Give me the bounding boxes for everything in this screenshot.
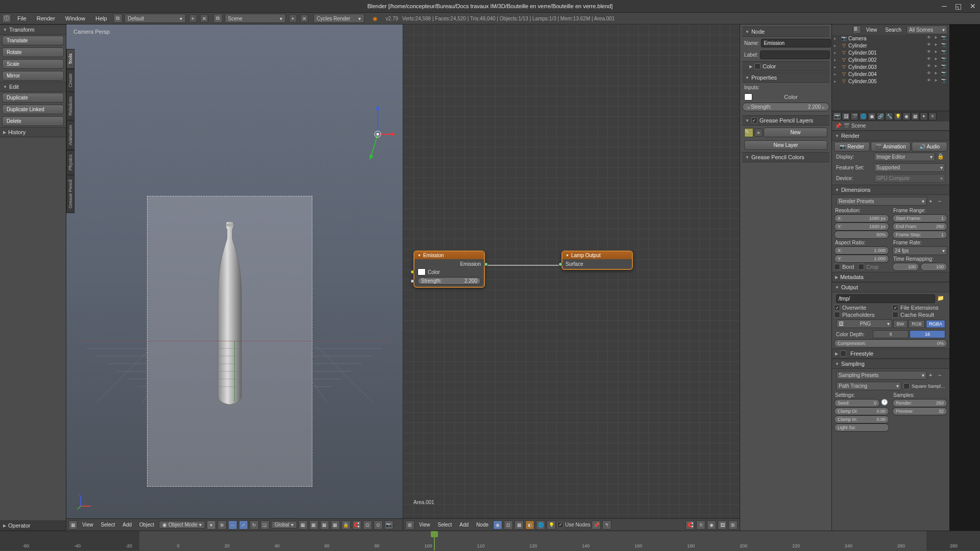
snap-icon[interactable]: 🧲	[352, 520, 361, 530]
screen-layout-dropdown[interactable]: Default▾	[125, 14, 186, 23]
timeline-track[interactable]: -60-40-200204060801001101201401601802002…	[0, 531, 980, 550]
object-data-icon[interactable]: ◐	[525, 520, 534, 530]
tab-modifiers-icon[interactable]: 🔧	[885, 112, 893, 120]
pin-icon[interactable]: 📌	[592, 520, 601, 530]
camera-restrict-icon[interactable]: 📷	[941, 78, 947, 84]
manip-translate-icon[interactable]: ⤢	[239, 520, 248, 530]
crop-checkbox[interactable]	[858, 264, 864, 270]
editor-type-3dview-icon[interactable]: ▦	[68, 520, 78, 530]
eye-icon[interactable]: 👁	[927, 78, 933, 84]
outliner-row[interactable]: ▸▽Cylinder.003👁➤📷	[832, 63, 949, 70]
outliner-filter-dropdown[interactable]: All Scenes▾	[906, 26, 947, 34]
duplicate-button[interactable]: Duplicate	[2, 93, 64, 103]
layers-2-icon[interactable]: ▦	[309, 520, 318, 530]
new-gp-button[interactable]: New	[764, 128, 827, 137]
camera-restrict-icon[interactable]: 📷	[941, 64, 947, 70]
tab-particles-icon[interactable]: ✦	[920, 112, 928, 120]
tab-render-icon[interactable]: 📷	[833, 112, 841, 120]
lamp-data-icon[interactable]: 💡	[547, 520, 556, 530]
tab-data-icon[interactable]: 💡	[894, 112, 902, 120]
file-format-dropdown[interactable]: 🖼PNG▾	[836, 319, 892, 328]
copy-nodes-icon[interactable]: ⎘	[696, 520, 705, 530]
remap-old-field[interactable]: 100	[892, 263, 919, 271]
editor-type-icon[interactable]: ⓘ	[2, 14, 11, 23]
node-label-input[interactable]	[760, 51, 830, 59]
cursor-icon[interactable]: ➤	[934, 42, 940, 48]
rgba-button[interactable]: RGBA	[926, 320, 945, 328]
color-input-socket[interactable]	[410, 270, 414, 274]
eye-icon[interactable]: 👁	[927, 64, 933, 70]
tab-scene-icon[interactable]: 🎬	[850, 112, 859, 120]
texture-tree-icon[interactable]: ▦	[514, 520, 524, 530]
feature-set-dropdown[interactable]: Supported▾	[874, 163, 945, 172]
remove-preset-icon[interactable]: −	[938, 198, 945, 205]
outliner-row[interactable]: ▸▽Cylinder.004👁➤📷	[832, 70, 949, 78]
duplicate-linked-button[interactable]: Duplicate Linked	[2, 105, 64, 114]
editor-type-node-icon[interactable]: ⊞	[405, 520, 414, 530]
manip-rotate-icon[interactable]: ↻	[250, 520, 259, 530]
node-lamp-output[interactable]: Lamp Output Surface	[561, 251, 633, 270]
panel-gp-colors[interactable]: Grease Pencil Colors	[742, 152, 829, 162]
pencil-icon[interactable]: ✎	[744, 128, 753, 137]
cursor-icon[interactable]: ➤	[934, 57, 940, 63]
depth-8-button[interactable]: 8	[873, 330, 909, 338]
camera-restrict-icon[interactable]: 📷	[941, 42, 947, 48]
vp-menu-select[interactable]: Select	[98, 521, 118, 529]
node-name-input[interactable]	[761, 39, 831, 47]
render-engine-dropdown[interactable]: Cycles Render▾	[313, 14, 364, 23]
frame-step-field[interactable]: Frame Step:1	[892, 231, 947, 239]
auto-render-icon[interactable]: ◉	[707, 520, 716, 530]
render-button[interactable]: 📷Render	[834, 142, 870, 152]
ne-menu-select[interactable]: Select	[435, 521, 455, 529]
backdrop-icon[interactable]: 🖼	[718, 520, 727, 530]
outliner-search-menu[interactable]: Search	[882, 27, 904, 33]
animation-button[interactable]: 🎬Animation	[871, 142, 910, 152]
delete-button[interactable]: Delete	[2, 116, 64, 126]
mirror-button[interactable]: Mirror	[2, 71, 64, 81]
panel-metadata[interactable]: Metadata	[832, 272, 949, 282]
eye-icon[interactable]: 👁	[927, 49, 933, 56]
proportional-edit-icon[interactable]: ⊙	[374, 520, 383, 530]
tab-grease-pencil[interactable]: Grease Pencil	[66, 175, 75, 213]
manipulator-gizmo[interactable]	[360, 104, 396, 165]
use-nodes-checkbox[interactable]: ✓Use Nodes	[557, 522, 590, 528]
panel-output[interactable]: Output	[832, 282, 949, 292]
mode-dropdown[interactable]: ◉Object Mode▾	[159, 521, 205, 529]
panel-sampling[interactable]: Sampling	[832, 359, 949, 369]
color-swatch[interactable]	[418, 268, 426, 276]
res-x-field[interactable]: X:1080 px	[834, 214, 889, 222]
layers-1-icon[interactable]: ▦	[299, 520, 308, 530]
tab-world-icon[interactable]: 🌐	[859, 112, 867, 120]
light-sampling-field[interactable]: Light Sa:	[834, 423, 889, 432]
rotate-button[interactable]: Rotate	[2, 47, 64, 57]
eye-icon[interactable]: 👁	[927, 42, 933, 48]
scene-dropdown[interactable]: Scene▾	[225, 14, 286, 23]
panel-edit[interactable]: Edit	[0, 82, 66, 92]
surface-input-socket[interactable]	[558, 262, 562, 266]
placeholders-checkbox[interactable]	[834, 312, 840, 318]
menu-help[interactable]: Help	[91, 14, 111, 22]
square-samples-checkbox[interactable]	[903, 383, 910, 389]
scene-browse-icon[interactable]: ⧉	[213, 14, 223, 23]
ne-menu-node[interactable]: Node	[473, 521, 492, 529]
depth-16-button[interactable]: 16	[910, 330, 945, 338]
res-pct-field[interactable]: 50%	[834, 231, 889, 239]
shading-solid-icon[interactable]: ●	[207, 520, 216, 530]
cache-result-checkbox[interactable]	[892, 312, 898, 318]
add-layout-icon[interactable]: +	[189, 14, 197, 22]
outliner-editor-icon[interactable]: ≣	[853, 26, 861, 34]
sampling-presets-dropdown[interactable]: Sampling Presets▾	[836, 371, 927, 380]
seed-clock-icon[interactable]: 🕐	[881, 399, 889, 407]
panel-history[interactable]: History	[0, 127, 66, 137]
panel-operator[interactable]: Operator	[0, 520, 66, 531]
integrator-dropdown[interactable]: Path Tracing▾	[836, 382, 901, 390]
orientation-dropdown[interactable]: Global▾	[271, 521, 297, 529]
manip-scale-icon[interactable]: ◲	[260, 520, 270, 530]
aspect-x-field[interactable]: X:1.000	[834, 246, 889, 255]
panel-render[interactable]: Render	[832, 131, 949, 141]
tab-constraints-icon[interactable]: 🔗	[876, 112, 885, 120]
panel-gp-layers[interactable]: ✓Grease Pencil Layers	[742, 115, 829, 126]
pivot-icon[interactable]: ⊕	[217, 520, 227, 530]
file-browse-icon[interactable]: 📁	[937, 295, 945, 303]
bw-button[interactable]: BW	[893, 320, 908, 328]
